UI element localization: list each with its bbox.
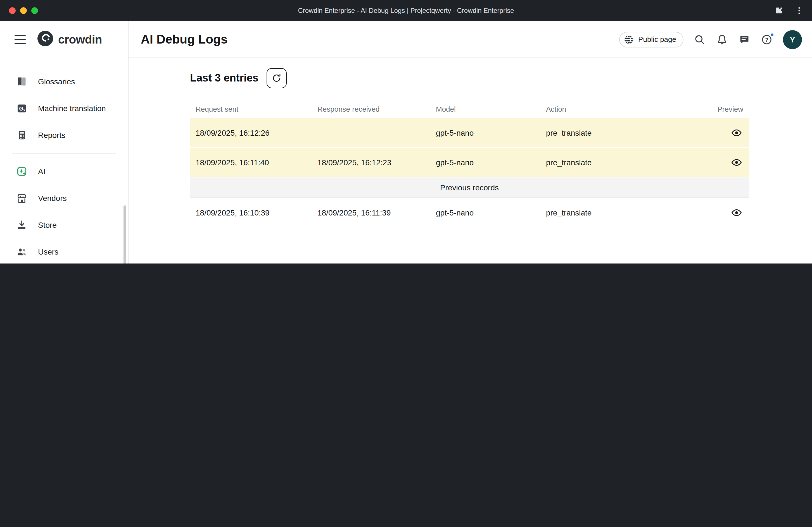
sidebar-item-reports[interactable]: Reports — [4, 122, 124, 149]
refresh-icon — [271, 73, 281, 83]
section-title: Last 3 entries — [190, 72, 259, 84]
table-row[interactable]: 18/09/2025, 16:12:26 gpt-5-nano pre_tran… — [190, 118, 749, 148]
public-page-label: Public page — [638, 35, 676, 44]
download-icon — [16, 219, 28, 231]
messages-button[interactable] — [738, 33, 751, 45]
cell-response-received: 18/09/2025, 16:11:39 — [312, 208, 430, 217]
book-icon — [16, 75, 28, 88]
notifications-button[interactable] — [716, 33, 728, 45]
debug-logs-table: Request sent Response received Model Act… — [190, 100, 749, 227]
search-button[interactable] — [694, 33, 706, 45]
cell-request-sent: 18/09/2025, 16:12:26 — [190, 129, 312, 137]
translate-icon: Gx — [16, 102, 28, 115]
bell-icon — [716, 34, 728, 45]
eye-icon — [731, 207, 742, 218]
page-title: AI Debug Logs — [141, 32, 228, 47]
storefront-icon — [16, 192, 28, 204]
refresh-button[interactable] — [266, 68, 286, 88]
maximize-button[interactable] — [31, 7, 38, 14]
sidebar-item-machine-translation[interactable]: Gx Machine translation — [4, 95, 124, 122]
cell-action: pre_translate — [540, 158, 702, 167]
sidebar-item-vendors[interactable]: Vendors — [4, 185, 124, 212]
content: Last 3 entries Request sent Response rec… — [129, 58, 812, 227]
sidebar-item-label: Vendors — [38, 194, 67, 202]
cell-request-sent: 18/09/2025, 16:10:39 — [190, 208, 312, 217]
column-header: Model — [430, 105, 540, 113]
window-title: Crowdin Enterprise - AI Debug Logs | Pro… — [298, 7, 514, 15]
cell-response-received: 18/09/2025, 16:12:23 — [312, 158, 430, 167]
sidebar: crowdin Glossaries Gx Machine translatio… — [0, 21, 129, 264]
window-controls — [9, 7, 38, 14]
svg-text:G: G — [19, 106, 24, 112]
app-body: crowdin Glossaries Gx Machine translatio… — [0, 21, 812, 264]
sidebar-scrollbar[interactable] — [124, 206, 126, 264]
cell-model: gpt-5-nano — [430, 208, 540, 217]
section-title-row: Last 3 entries — [190, 68, 812, 88]
column-header: Request sent — [190, 105, 312, 113]
sidebar-item-label: Store — [38, 221, 57, 229]
cell-request-sent: 18/09/2025, 16:11:40 — [190, 158, 312, 167]
titlebar: Crowdin Enterprise - AI Debug Logs | Pro… — [0, 0, 812, 21]
sidebar-item-label: Machine translation — [38, 104, 106, 113]
table-row[interactable]: 18/09/2025, 16:10:39 18/09/2025, 16:11:3… — [190, 198, 749, 227]
preview-button[interactable] — [731, 127, 749, 138]
header-actions: Public page — [619, 30, 802, 49]
column-header: Preview — [712, 105, 749, 113]
svg-text:x: x — [23, 108, 26, 112]
extensions-icon[interactable] — [774, 5, 784, 16]
table-header-row: Request sent Response received Model Act… — [190, 100, 749, 118]
crowdin-logo[interactable]: crowdin — [37, 30, 102, 49]
notification-dot — [770, 33, 774, 36]
cell-action: pre_translate — [540, 208, 702, 217]
sidebar-item-glossaries[interactable]: Glossaries — [4, 68, 124, 95]
main-area: AI Debug Logs Public page — [129, 21, 812, 264]
sidebar-item-users[interactable]: Users — [4, 238, 124, 264]
cell-action: pre_translate — [540, 129, 702, 137]
public-page-button[interactable]: Public page — [619, 32, 683, 47]
sidebar-nav: Glossaries Gx Machine translation Report… — [0, 58, 128, 264]
crowdin-wordmark: crowdin — [58, 33, 102, 46]
sidebar-item-label: Reports — [38, 131, 66, 139]
main-header: AI Debug Logs Public page — [129, 21, 812, 58]
sidebar-header: crowdin — [0, 21, 128, 58]
eye-icon — [731, 157, 742, 168]
table-row[interactable]: 18/09/2025, 16:11:40 18/09/2025, 16:12:2… — [190, 148, 749, 178]
sidebar-divider — [12, 153, 116, 153]
sidebar-item-label: Users — [38, 247, 58, 256]
calculator-icon — [16, 129, 28, 141]
minimize-button[interactable] — [20, 7, 27, 14]
previous-records-separator: Previous records — [190, 178, 749, 198]
sidebar-item-store[interactable]: Store — [4, 212, 124, 238]
column-header: Action — [540, 105, 702, 113]
browser-menu-icon[interactable] — [794, 5, 804, 16]
svg-text:?: ? — [765, 36, 768, 43]
sidebar-toggle-button[interactable] — [15, 35, 26, 44]
app-window: Crowdin Enterprise - AI Debug Logs | Pro… — [0, 0, 812, 264]
preview-button[interactable] — [731, 207, 749, 218]
chat-icon — [739, 34, 750, 45]
help-button[interactable]: ? — [760, 33, 773, 45]
previous-records-label: Previous records — [440, 183, 499, 192]
user-avatar[interactable]: Y — [783, 30, 802, 49]
search-icon — [694, 34, 705, 45]
globe-icon — [624, 34, 634, 44]
avatar-initial: Y — [789, 35, 795, 44]
titlebar-actions — [774, 5, 804, 16]
cell-model: gpt-5-nano — [430, 129, 540, 137]
sidebar-item-ai[interactable]: AI — [4, 158, 124, 185]
close-button[interactable] — [9, 7, 16, 14]
ai-sparkle-icon — [16, 165, 28, 178]
preview-button[interactable] — [731, 157, 749, 168]
cell-model: gpt-5-nano — [430, 158, 540, 167]
crowdin-logo-icon — [37, 30, 54, 49]
users-icon — [16, 246, 28, 258]
column-header: Response received — [312, 105, 430, 113]
sidebar-item-label: Glossaries — [38, 77, 75, 86]
eye-icon — [731, 127, 742, 138]
sidebar-item-label: AI — [38, 167, 45, 176]
